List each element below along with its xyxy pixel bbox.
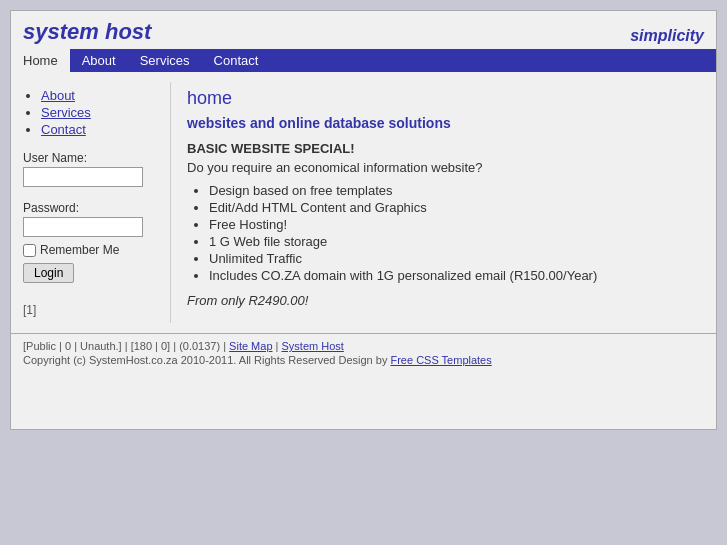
nav-services[interactable]: Services (128, 49, 202, 72)
list-item: Unlimited Traffic (209, 251, 700, 266)
sidebar-link-about[interactable]: About (41, 88, 75, 103)
status-text: [Public | 0 | Unauth.] | [180 | 0] | (0.… (23, 340, 226, 352)
page-subheading: websites and online database solutions (187, 115, 700, 131)
nav-home[interactable]: Home (11, 49, 70, 72)
copyright-text: Copyright (c) SystemHost.co.za 2010-2011… (23, 354, 387, 366)
page-count: [1] (23, 303, 158, 317)
navbar: Home About Services Contact (11, 49, 716, 72)
special-price: From only R2490.00! (187, 293, 700, 308)
special-question: Do you require an economical information… (187, 160, 700, 175)
sidebar-links: About Services Contact (23, 88, 158, 137)
list-item: Services (41, 105, 158, 120)
password-label: Password: (23, 201, 158, 215)
sidebar: About Services Contact User Name: Passwo… (11, 82, 171, 323)
login-button[interactable]: Login (23, 263, 74, 283)
list-item: About (41, 88, 158, 103)
features-list: Design based on free templates Edit/Add … (187, 183, 700, 283)
remember-checkbox[interactable] (23, 244, 36, 257)
username-input[interactable] (23, 167, 143, 187)
footer: [Public | 0 | Unauth.] | [180 | 0] | (0.… (11, 333, 716, 374)
css-templates-link[interactable]: Free CSS Templates (390, 354, 491, 366)
special-title: BASIC WEBSITE SPECIAL! (187, 141, 700, 156)
header: system host simplicity (11, 11, 716, 49)
list-item: Contact (41, 122, 158, 137)
username-label: User Name: (23, 151, 158, 165)
list-item: Includes CO.ZA domain with 1G personaliz… (209, 268, 700, 283)
footer-status: [Public | 0 | Unauth.] | [180 | 0] | (0.… (23, 340, 704, 352)
sidebar-link-contact[interactable]: Contact (41, 122, 86, 137)
site-tagline: simplicity (630, 27, 704, 45)
list-item: 1 G Web file storage (209, 234, 700, 249)
remember-row: Remember Me (23, 243, 158, 257)
page-heading: home (187, 88, 700, 109)
list-item: Free Hosting! (209, 217, 700, 232)
list-item: Edit/Add HTML Content and Graphics (209, 200, 700, 215)
remember-label: Remember Me (40, 243, 119, 257)
list-item: Design based on free templates (209, 183, 700, 198)
nav-about[interactable]: About (70, 49, 128, 72)
system-host-link[interactable]: System Host (282, 340, 344, 352)
sidebar-link-services[interactable]: Services (41, 105, 91, 120)
content-area: About Services Contact User Name: Passwo… (11, 72, 716, 333)
nav-contact[interactable]: Contact (202, 49, 271, 72)
main-content: home websites and online database soluti… (171, 82, 716, 323)
footer-copyright: Copyright (c) SystemHost.co.za 2010-2011… (23, 354, 704, 366)
site-title: system host (23, 19, 151, 45)
site-map-link[interactable]: Site Map (229, 340, 272, 352)
password-input[interactable] (23, 217, 143, 237)
